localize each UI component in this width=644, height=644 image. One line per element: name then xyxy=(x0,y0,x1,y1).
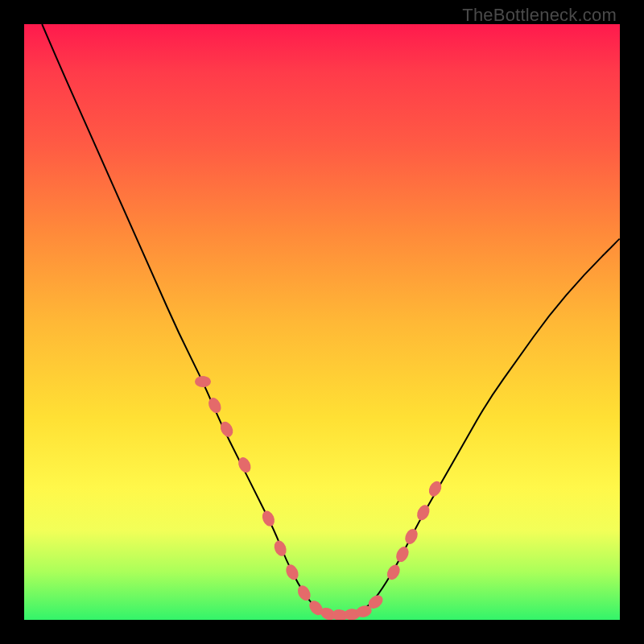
curve-marker xyxy=(394,545,411,564)
plot-area xyxy=(24,24,620,620)
curve-marker xyxy=(272,539,288,558)
curve-marker xyxy=(402,526,419,546)
watermark-text: TheBottleneck.com xyxy=(462,5,617,26)
curve-marker xyxy=(206,396,223,415)
marker-group xyxy=(195,376,444,620)
bottleneck-curve xyxy=(42,24,620,617)
curve-marker xyxy=(195,376,211,387)
curve-marker xyxy=(260,509,277,528)
curve-marker xyxy=(415,503,431,522)
curve-svg xyxy=(24,24,620,620)
curve-marker xyxy=(295,584,313,603)
chart-frame: TheBottleneck.com xyxy=(0,0,644,644)
curve-marker xyxy=(283,563,300,582)
curve-marker xyxy=(385,563,402,582)
